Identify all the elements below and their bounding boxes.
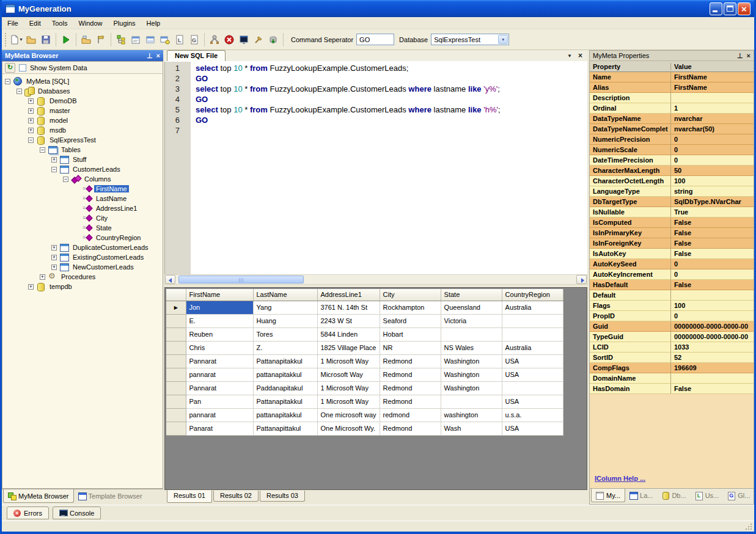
tree-toggle-icon[interactable]: +: [51, 255, 57, 260]
scrollbar-thumb[interactable]: [178, 276, 304, 283]
maximize-button[interactable]: [724, 2, 736, 15]
grid-cell[interactable]: Pan: [186, 395, 253, 408]
row-selector[interactable]: [166, 395, 186, 408]
tree-item-tempdb[interactable]: +tempdb: [2, 282, 163, 291]
console-window-button[interactable]: [237, 32, 251, 47]
grid-cell[interactable]: Australia: [502, 341, 563, 354]
tree-item-customerleads[interactable]: −CustomerLeads: [2, 164, 163, 174]
grid-cell[interactable]: Pannarat: [186, 381, 253, 395]
grid-cell[interactable]: Huang: [253, 314, 317, 327]
property-row-description[interactable]: Description: [590, 93, 754, 103]
grid-cell[interactable]: Redmond: [380, 354, 441, 368]
tab-results-03[interactable]: Results 03: [260, 491, 305, 502]
menu-tools[interactable]: Tools: [46, 18, 73, 28]
tree-item-model[interactable]: +model: [2, 115, 163, 125]
menu-help[interactable]: Help: [141, 18, 166, 28]
tree-item-state[interactable]: State: [2, 223, 163, 233]
tab-my[interactable]: My...: [591, 489, 625, 502]
grid-cell[interactable]: [441, 395, 502, 408]
tree-item-countryregion[interactable]: CountryRegion: [2, 233, 163, 243]
property-row-autokeyseed[interactable]: AutoKeySeed0: [590, 259, 754, 269]
tab-results-01[interactable]: Results 01: [167, 490, 212, 503]
grid-cell[interactable]: Australia: [502, 301, 563, 314]
tree-toggle-icon[interactable]: −: [51, 167, 57, 172]
grid-cell[interactable]: pannarat: [186, 368, 253, 381]
row-selector[interactable]: [166, 354, 186, 368]
property-row-sortid[interactable]: SortID52: [590, 353, 754, 363]
tree-toggle-icon[interactable]: +: [40, 274, 45, 280]
command-separator-input[interactable]: [356, 34, 394, 45]
tree-toggle-icon[interactable]: −: [40, 147, 45, 153]
db-import-button[interactable]: [266, 32, 281, 47]
grid-cell[interactable]: 1 Microsoft Way: [317, 381, 380, 395]
row-selector[interactable]: [166, 408, 186, 422]
property-row-ordinal[interactable]: Ordinal1: [590, 103, 754, 114]
property-row-isinprimarykey[interactable]: IsInPrimaryKeyFalse: [590, 228, 754, 238]
close-button[interactable]: [738, 2, 750, 15]
tab-results-02[interactable]: Results 02: [213, 491, 259, 502]
db-window-button[interactable]: [158, 32, 172, 47]
grid-cell[interactable]: E.: [186, 314, 253, 327]
grid-cell[interactable]: Pannarat: [186, 354, 253, 368]
show-system-data-checkbox[interactable]: [19, 64, 26, 71]
grid-cell[interactable]: 5844 Linden: [317, 327, 380, 341]
tab-mymeta-browser[interactable]: MyMeta Browser: [3, 489, 74, 503]
toolbar-grip[interactable]: [5, 33, 7, 46]
grid-cell[interactable]: Redmond: [380, 381, 441, 395]
grid-cell[interactable]: USA: [502, 395, 563, 408]
property-row-numericscale[interactable]: NumericScale0: [590, 145, 754, 155]
column-header-city[interactable]: City: [380, 289, 441, 301]
grid-cell[interactable]: Hobart: [380, 327, 441, 341]
tree-item-sqlexpresstest[interactable]: −SqlExpressTest: [2, 135, 163, 145]
grid-cell[interactable]: [502, 381, 563, 395]
property-row-datatypenamecomplet[interactable]: DataTypeNameCompletnvarchar(50): [590, 124, 754, 134]
menu-file[interactable]: File: [2, 18, 24, 28]
grid-cell[interactable]: Washington: [441, 354, 502, 368]
save-button[interactable]: [39, 32, 53, 47]
grid-cell[interactable]: Seaford: [380, 314, 441, 327]
row-selector[interactable]: [166, 314, 186, 327]
tree-toggle-icon[interactable]: −: [28, 137, 34, 143]
grid-cell[interactable]: 1825 Village Place: [317, 341, 380, 354]
tab-list-dropdown-icon[interactable]: ▼: [567, 53, 572, 59]
property-row-hasdomain[interactable]: HasDomainFalse: [590, 384, 754, 394]
stop-button[interactable]: [222, 32, 237, 47]
pin-icon[interactable]: ⊥: [737, 53, 743, 59]
build-hammer-button[interactable]: [251, 32, 266, 47]
grid-cell[interactable]: Reuben: [186, 327, 253, 341]
output-window-button[interactable]: [143, 32, 158, 47]
grid-cell[interactable]: 2243 W St: [317, 314, 380, 327]
tab-la[interactable]: La...: [625, 489, 657, 502]
grid-cell[interactable]: Rockhampton: [380, 301, 441, 314]
grid-cell[interactable]: [502, 327, 563, 341]
grid-cell[interactable]: Jon: [186, 301, 253, 314]
grid-cell[interactable]: u.s.a.: [502, 408, 563, 422]
grid-cell[interactable]: Paddanapitakul: [253, 381, 317, 395]
tree-toggle-icon[interactable]: +: [51, 157, 57, 163]
grid-cell[interactable]: Victoria: [441, 314, 502, 327]
tree-item-city[interactable]: City: [2, 213, 163, 223]
grid-cell[interactable]: Z.: [253, 341, 317, 354]
scroll-left-icon[interactable]: [165, 275, 175, 284]
value-column-header[interactable]: Value: [671, 63, 754, 70]
tools-button[interactable]: [207, 32, 222, 47]
grid-cell[interactable]: Washington: [441, 368, 502, 381]
refresh-button[interactable]: ↻: [5, 63, 15, 73]
tree-item-lastname[interactable]: LastName: [2, 194, 163, 203]
grid-cell[interactable]: Redmond: [380, 368, 441, 381]
grid-cell[interactable]: 1 Microsoft Way: [317, 395, 380, 408]
property-row-isautokey[interactable]: IsAutoKeyFalse: [590, 249, 754, 259]
tree-toggle-icon[interactable]: −: [63, 177, 68, 182]
grid-cell[interactable]: Queensland: [441, 301, 502, 314]
tree-item-mymeta-sql[interactable]: −MyMeta [SQL]: [2, 76, 163, 86]
grid-cell[interactable]: Washington: [441, 381, 502, 395]
tree-item-demodb[interactable]: +DemoDB: [2, 96, 163, 106]
close-panel-icon[interactable]: ×: [156, 53, 160, 59]
property-row-datatypename[interactable]: DataTypeNamenvarchar: [590, 114, 754, 124]
minimize-button[interactable]: [710, 2, 722, 15]
tree-item-newcustomerleads[interactable]: +NewCustomerLeads: [2, 262, 163, 272]
resize-grip[interactable]: [750, 529, 752, 530]
template-flag-button[interactable]: [94, 32, 108, 47]
tab-errors[interactable]: Errors: [7, 507, 49, 519]
property-row-flags[interactable]: Flags100: [590, 301, 754, 311]
